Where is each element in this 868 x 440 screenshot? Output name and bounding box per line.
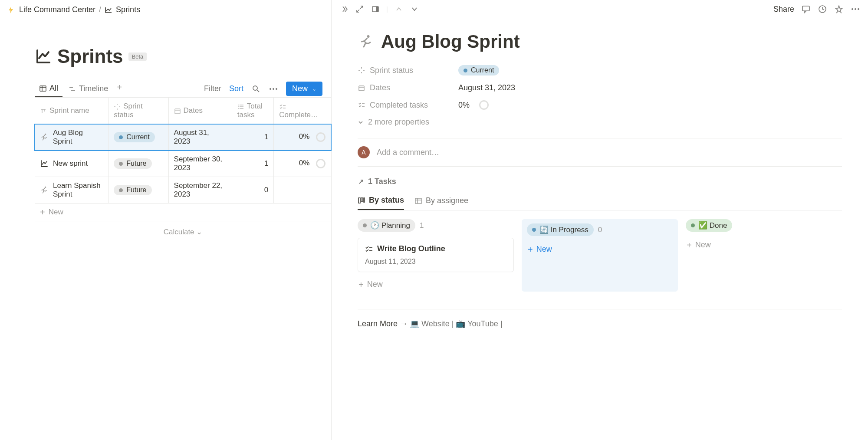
youtube-link[interactable]: 📺 YouTube	[456, 319, 498, 328]
checklist-icon	[279, 103, 286, 110]
expand-icon[interactable]	[355, 4, 365, 14]
page-title: Sprints	[57, 46, 123, 67]
row-completed: 0%	[274, 124, 331, 151]
svg-rect-3	[69, 87, 73, 88]
prop-completed[interactable]: Completed tasks 0%	[358, 100, 842, 110]
row-date: September 30, 2023	[168, 151, 232, 177]
board-tab-status-label: By status	[369, 196, 404, 205]
progress-ring	[316, 159, 326, 168]
col-completed[interactable]: Complete…	[274, 98, 331, 124]
view-tabs: All Timeline +	[35, 80, 125, 97]
svg-point-32	[858, 8, 859, 10]
timeline-icon	[69, 85, 76, 93]
share-button[interactable]: Share	[773, 5, 794, 14]
svg-point-8	[273, 88, 274, 90]
left-pane: Life Command Center / Sprints Sprints Be…	[0, 0, 332, 440]
col-done-new[interactable]: + New	[686, 238, 842, 252]
svg-rect-0	[40, 86, 46, 91]
toolbar-separator: |	[386, 6, 388, 13]
more-icon[interactable]	[851, 4, 860, 14]
more-properties-button[interactable]: 2 more properties	[358, 118, 842, 127]
collapse-icon[interactable]	[339, 4, 349, 14]
col-done-header[interactable]: ✅ Done	[686, 219, 842, 232]
svg-rect-44	[364, 198, 365, 202]
lightning-icon	[8, 6, 16, 14]
svg-point-5	[253, 86, 257, 90]
table-row[interactable]: Learn Spanish SprintFutureSeptember 22, …	[35, 177, 331, 204]
new-row-button[interactable]: + New	[35, 204, 331, 221]
new-row-label: New	[49, 208, 63, 217]
col-planning-label: 🕐 Planning	[370, 221, 410, 230]
prop-dates-label: Dates	[370, 83, 390, 92]
plus-icon: +	[528, 245, 533, 254]
breadcrumb-separator: /	[99, 5, 101, 14]
filter-button[interactable]: Filter	[204, 84, 221, 93]
col-inprogress-header[interactable]: 🔄 In Progress 0	[527, 223, 673, 236]
col-planning-header[interactable]: 🕐 Planning 1	[358, 219, 514, 232]
prop-status[interactable]: Sprint status Current	[358, 65, 842, 76]
tasks-link[interactable]: 1 Tasks	[358, 177, 842, 186]
runner-icon	[358, 33, 375, 50]
detail-content: Aug Blog Sprint Sprint status Current Da…	[332, 18, 868, 341]
table-row[interactable]: New sprintFutureSeptember 30, 202310%	[35, 151, 331, 177]
right-toolbar-left: |	[339, 4, 419, 14]
plus-icon: +	[687, 241, 692, 250]
detail-title[interactable]: Aug Blog Sprint	[381, 31, 520, 52]
checklist-icon	[358, 101, 365, 109]
peek-mode-icon[interactable]	[371, 4, 380, 14]
board-tab-status[interactable]: By status	[358, 196, 404, 210]
comment-row[interactable]: A Add a comment…	[358, 138, 842, 167]
progress-ring	[479, 100, 489, 110]
breadcrumb-parent[interactable]: Life Command Center	[19, 5, 95, 14]
task-card[interactable]: Write Blog Outline August 11, 2023	[358, 238, 514, 272]
view-tab-timeline-label: Timeline	[79, 84, 108, 93]
sort-button[interactable]: Sort	[229, 84, 243, 93]
svg-point-9	[276, 88, 277, 90]
prev-icon[interactable]	[394, 4, 404, 14]
col-new-label: New	[536, 245, 552, 254]
website-link[interactable]: 💻 Website	[410, 319, 450, 328]
board-col-done: ✅ Done + New	[686, 219, 842, 292]
breadcrumb-current[interactable]: Sprints	[116, 5, 140, 14]
table-icon	[414, 197, 422, 205]
svg-line-6	[257, 90, 259, 92]
row-completed: 0%	[274, 151, 331, 177]
search-icon[interactable]	[251, 84, 261, 94]
chart-up-icon	[35, 48, 52, 65]
view-tab-all[interactable]: All	[35, 80, 62, 97]
calendar-icon	[174, 108, 181, 115]
row-name-text: New sprint	[53, 159, 88, 168]
svg-point-31	[855, 8, 856, 10]
svg-rect-27	[376, 7, 378, 12]
col-dates[interactable]: Dates	[168, 98, 232, 124]
prop-dates[interactable]: Dates August 31, 2023	[358, 83, 842, 92]
avatar: A	[358, 146, 370, 158]
col-planning-new[interactable]: + New	[358, 277, 514, 292]
breadcrumb: Life Command Center / Sprints	[0, 0, 331, 20]
svg-point-30	[852, 8, 853, 10]
table-row[interactable]: Aug Blog SprintCurrentAugust 31, 202310%	[35, 124, 331, 151]
right-toolbar: | Share	[332, 0, 868, 18]
col-name[interactable]: Sprint name	[35, 98, 108, 124]
col-inprogress-new[interactable]: + New	[527, 242, 673, 256]
col-new-label: New	[367, 280, 383, 289]
star-icon[interactable]	[834, 4, 844, 14]
prop-completed-value: 0%	[458, 101, 470, 110]
chart-up-icon	[40, 159, 49, 168]
row-total: 1	[232, 124, 274, 151]
add-view-button[interactable]: +	[114, 80, 125, 97]
comment-icon[interactable]	[801, 4, 811, 14]
calculate-button[interactable]: Calculate ⌄	[35, 221, 331, 243]
next-icon[interactable]	[410, 4, 419, 14]
view-tab-timeline[interactable]: Timeline	[64, 80, 112, 97]
col-total[interactable]: Total tasks	[232, 98, 274, 124]
board-tab-assignee[interactable]: By assignee	[414, 196, 468, 210]
more-icon[interactable]	[269, 84, 278, 94]
svg-rect-14	[175, 109, 180, 114]
svg-rect-28	[802, 6, 809, 11]
clock-icon[interactable]	[818, 4, 827, 14]
col-status[interactable]: Sprint status	[108, 98, 168, 124]
svg-rect-43	[361, 198, 363, 201]
arrow-icon	[358, 178, 365, 185]
new-button[interactable]: New ⌄	[286, 82, 322, 96]
